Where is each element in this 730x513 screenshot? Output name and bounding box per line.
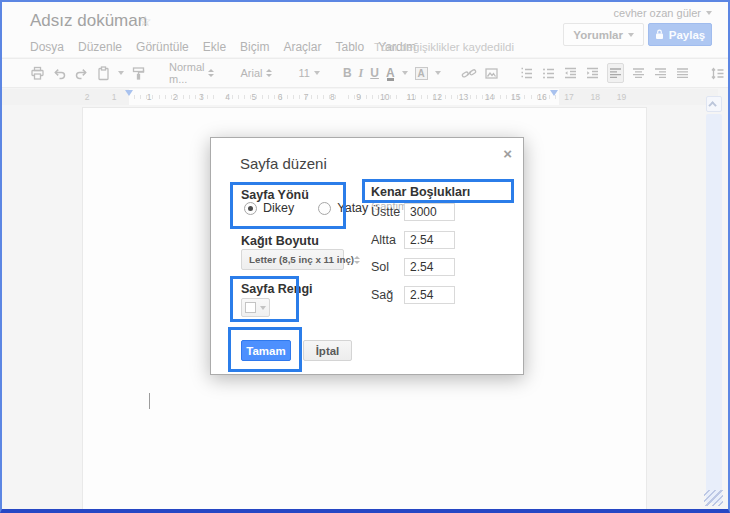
italic-button[interactable]: I (359, 66, 364, 81)
ruler-number: 16 (537, 92, 546, 102)
chevron-down-icon (260, 306, 266, 310)
orientation-option-label: Yatay (337, 201, 368, 215)
paper-size-label: Kağıt Boyutu (241, 234, 319, 248)
paste-icon[interactable] (96, 63, 111, 83)
paint-format-icon[interactable] (131, 63, 146, 83)
image-icon[interactable] (484, 63, 499, 83)
ruler: 2112345678910111213141516171819 (2, 89, 718, 105)
account-menu[interactable]: cevher ozan güler (614, 7, 712, 19)
line-spacing-icon[interactable] (710, 63, 725, 83)
ok-button[interactable]: Tamam (241, 340, 291, 361)
ruler-number: 18 (590, 92, 599, 102)
ruler-number: 2 (173, 92, 178, 102)
align-left-icon[interactable] (607, 63, 624, 83)
radio-icon[interactable] (318, 202, 331, 215)
font-select[interactable]: Arial (237, 65, 275, 81)
font-size-select[interactable]: 11 (295, 65, 322, 81)
ruler-strip (129, 89, 559, 105)
margins-label-text: Kenar Boşlukları (371, 185, 470, 199)
orientation-option-0[interactable]: Dikey (244, 201, 294, 215)
chevron-up-icon (708, 101, 716, 109)
align-right-icon[interactable] (653, 63, 668, 83)
menu-item-5[interactable]: Araçlar (283, 40, 321, 54)
ruler-number: 19 (617, 92, 626, 102)
document-title[interactable]: Adsız doküman (30, 11, 147, 31)
menu-item-0[interactable]: Dosya (30, 40, 64, 54)
paper-size-select[interactable]: Letter (8,5 inç x 11 inç) (241, 249, 344, 270)
comments-button[interactable]: Yorumlar (563, 23, 644, 46)
share-button[interactable]: Paylaş (648, 23, 712, 46)
highlight-color-button[interactable]: A (415, 67, 428, 80)
link-icon[interactable] (461, 63, 477, 83)
menu-item-6[interactable]: Tablo (335, 40, 364, 54)
bold-button[interactable]: B (343, 66, 352, 80)
ruler-number: 1 (147, 92, 152, 102)
text-color-dropdown-icon[interactable] (402, 71, 408, 75)
paragraph-style-select[interactable]: Normal m... (166, 59, 217, 87)
menu-item-1[interactable]: Düzenle (78, 40, 122, 54)
cancel-button[interactable]: İptal (303, 340, 352, 361)
ruler-number: 15 (511, 92, 520, 102)
text-color-button[interactable]: A (386, 66, 395, 80)
orientation-option-1[interactable]: Yatay (318, 201, 368, 215)
margin-input-3[interactable] (404, 286, 455, 304)
margin-label-0: Üstte (371, 205, 404, 219)
close-icon[interactable]: × (503, 145, 512, 162)
page-color-select[interactable] (241, 298, 270, 317)
margin-input-0[interactable] (404, 203, 455, 221)
margin-label-1: Altta (371, 233, 404, 247)
numbered-list-icon[interactable] (519, 63, 534, 83)
app-window: Adsız doküman ☆ DosyaDüzenleGörüntüleEkl… (0, 0, 730, 513)
underline-button[interactable]: U (370, 66, 379, 80)
scrollbar[interactable] (706, 96, 722, 503)
updown-icon (208, 69, 214, 77)
ruler-number: 17 (564, 92, 573, 102)
page-color-label: Sayfa Rengi (241, 282, 313, 296)
undo-icon[interactable] (52, 63, 67, 83)
justify-icon[interactable] (675, 63, 690, 83)
ruler-number: 12 (432, 92, 441, 102)
chevron-down-icon (706, 11, 712, 15)
color-swatch (245, 302, 256, 313)
star-icon[interactable]: ☆ (139, 13, 152, 29)
margin-input-1[interactable] (404, 231, 455, 249)
outdent-icon[interactable] (563, 63, 578, 83)
paste-dropdown-icon[interactable] (118, 71, 124, 75)
chevron-down-icon (314, 71, 320, 75)
chevron-down-icon (628, 33, 634, 37)
ruler-number: 6 (278, 92, 283, 102)
indent-icon[interactable] (585, 63, 600, 83)
radio-selected-icon[interactable] (244, 202, 257, 215)
menu-item-2[interactable]: Görüntüle (136, 40, 189, 54)
scrollbar-track[interactable] (706, 114, 722, 503)
print-icon[interactable] (30, 63, 45, 83)
left-margin-marker[interactable] (125, 90, 133, 96)
updown-icon (354, 256, 360, 264)
right-margin-marker[interactable] (550, 90, 558, 96)
toolbar: Normal m... Arial 11 B I U A A (2, 58, 728, 88)
highlight-dropdown-icon[interactable] (435, 71, 441, 75)
resize-grip-icon[interactable] (704, 490, 723, 506)
ruler-number: 1 (112, 92, 117, 102)
align-center-icon[interactable] (631, 63, 646, 83)
margin-row-2: Sol (371, 258, 455, 276)
margin-row-0: Üstte (371, 203, 455, 221)
ruler-number: 3 (199, 92, 204, 102)
menu-item-4[interactable]: Biçim (240, 40, 269, 54)
font-size-value: 11 (298, 67, 309, 79)
scroll-up-button[interactable] (706, 96, 722, 112)
account-name: cevher ozan güler (614, 7, 701, 19)
paper-size-value: Letter (8,5 inç x 11 inç) (249, 254, 354, 265)
orientation-label: Sayfa Yönü (241, 188, 309, 202)
menu-item-3[interactable]: Ekle (203, 40, 226, 54)
header: Adsız doküman ☆ DosyaDüzenleGörüntüleEkl… (2, 2, 728, 57)
redo-icon[interactable] (74, 63, 89, 83)
margin-input-2[interactable] (404, 258, 455, 276)
ruler-number: 7 (304, 92, 309, 102)
ruler-number: 8 (330, 92, 335, 102)
bullet-list-icon[interactable] (541, 63, 556, 83)
orientation-option-label: Dikey (263, 201, 294, 215)
ruler-number: 4 (225, 92, 230, 102)
margin-label-3: Sağ (371, 288, 404, 302)
ruler-number: 10 (380, 92, 389, 102)
